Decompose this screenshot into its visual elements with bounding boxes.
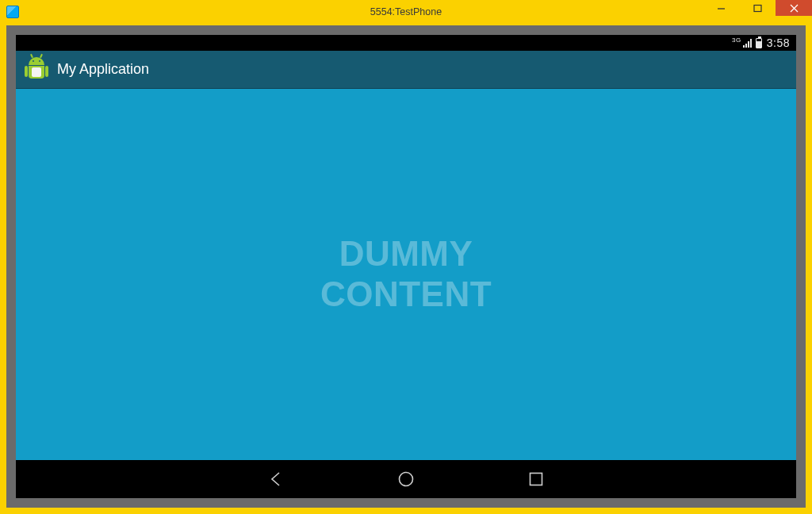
minimize-button[interactable] xyxy=(703,0,739,16)
home-icon xyxy=(396,470,416,489)
svg-point-4 xyxy=(400,473,413,486)
device-bezel: 3G 3:58 My Application D xyxy=(6,25,806,508)
window-frame: 5554:TestPhone 3G 3:58 xyxy=(0,0,812,514)
dummy-line-2: CONTENT xyxy=(320,274,492,313)
signal-icon xyxy=(743,38,753,48)
status-bar[interactable]: 3G 3:58 xyxy=(16,35,796,51)
recent-apps-icon xyxy=(527,470,546,489)
back-icon xyxy=(266,470,285,489)
svg-rect-5 xyxy=(530,474,542,485)
window-controls xyxy=(703,0,812,16)
app-title: My Application xyxy=(57,61,149,78)
network-label: 3G xyxy=(732,37,741,44)
maximize-icon xyxy=(753,4,762,13)
battery-icon xyxy=(756,38,762,48)
window-title: 5554:TestPhone xyxy=(0,6,812,17)
window-titlebar[interactable]: 5554:TestPhone xyxy=(0,0,812,24)
dummy-content-label: DUMMY CONTENT xyxy=(320,234,492,314)
emulator-icon xyxy=(6,6,19,18)
device-screen: 3G 3:58 My Application D xyxy=(16,35,796,498)
close-icon xyxy=(790,4,799,13)
minimize-icon xyxy=(717,4,726,13)
action-bar: My Application xyxy=(16,51,796,89)
status-clock: 3:58 xyxy=(767,36,790,49)
nav-home-button[interactable] xyxy=(396,470,416,489)
dummy-line-1: DUMMY xyxy=(339,234,473,273)
nav-back-button[interactable] xyxy=(266,470,285,489)
navigation-bar xyxy=(16,460,796,498)
svg-rect-1 xyxy=(754,5,761,11)
close-button[interactable] xyxy=(776,0,812,16)
nav-recent-button[interactable] xyxy=(527,470,546,489)
maximize-button[interactable] xyxy=(739,0,776,16)
app-launcher-icon[interactable] xyxy=(25,57,48,82)
fullscreen-content[interactable]: DUMMY CONTENT xyxy=(16,89,796,460)
